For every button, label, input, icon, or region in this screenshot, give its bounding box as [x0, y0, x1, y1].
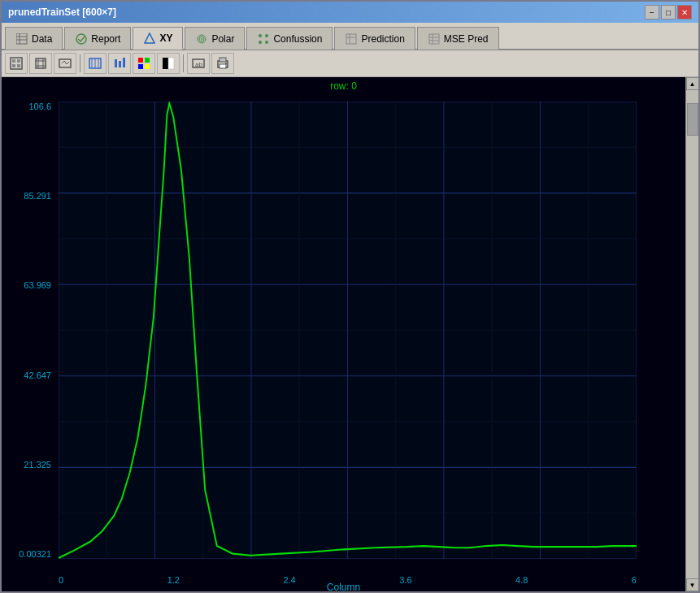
- y-label-5: 0.00321: [2, 549, 51, 559]
- msepred-tab-icon: [428, 32, 441, 45]
- svg-rect-36: [119, 61, 121, 67]
- svg-rect-22: [17, 59, 20, 63]
- main-window: prunedTrainSet [600×7] − □ ✕ Data Report…: [0, 0, 700, 593]
- window-controls: − □ ✕: [645, 5, 692, 19]
- x-axis-title: Column: [327, 582, 360, 591]
- svg-rect-23: [12, 64, 15, 67]
- report-tab-icon: [75, 32, 88, 45]
- y-label-4: 21.325: [2, 460, 51, 470]
- svg-point-11: [259, 41, 262, 44]
- tab-bar: Data Report XY Polar Confussion: [2, 23, 698, 50]
- chart-area: 106.6 85.291 63.969 42.647 21.325 0.0032…: [2, 93, 685, 591]
- svg-rect-30: [59, 59, 71, 67]
- svg-rect-37: [123, 58, 125, 67]
- close-button[interactable]: ✕: [677, 5, 692, 19]
- toolbar-btn-1[interactable]: [5, 53, 28, 74]
- x-label-4: 4.8: [515, 575, 528, 585]
- svg-rect-41: [145, 64, 150, 69]
- scroll-up-arrow[interactable]: ▲: [686, 77, 699, 90]
- tab-polar-label: Polar: [211, 33, 234, 45]
- x-label-2: 2.4: [283, 575, 295, 585]
- toolbar-btn-3[interactable]: [54, 53, 76, 74]
- tab-xy[interactable]: XY: [133, 27, 183, 50]
- toolbar-btn-5[interactable]: [108, 53, 131, 74]
- toolbar-btn-print[interactable]: [211, 53, 234, 74]
- tab-polar[interactable]: Polar: [185, 27, 245, 50]
- maximize-button[interactable]: □: [661, 5, 676, 19]
- tab-msepred[interactable]: MSE Pred: [417, 27, 499, 50]
- scroll-thumb[interactable]: [687, 103, 698, 136]
- svg-point-4: [76, 34, 86, 44]
- svg-rect-16: [429, 34, 439, 44]
- svg-rect-25: [36, 58, 46, 68]
- svg-point-49: [225, 63, 227, 64]
- svg-rect-24: [17, 64, 20, 67]
- toolbar-btn-color[interactable]: [133, 53, 155, 74]
- tab-prediction-label: Prediction: [361, 33, 404, 45]
- svg-rect-43: [168, 58, 174, 69]
- minimize-button[interactable]: −: [645, 5, 659, 19]
- svg-text:ab: ab: [195, 61, 202, 68]
- tab-msepred-label: MSE Pred: [444, 33, 489, 45]
- x-label-0: 0: [59, 575, 63, 585]
- toolbar-btn-4[interactable]: [84, 53, 107, 74]
- window-title: prunedTrainSet [600×7]: [8, 6, 116, 18]
- svg-rect-0: [16, 33, 27, 44]
- svg-rect-39: [145, 58, 150, 63]
- chart-plot: [59, 102, 637, 559]
- data-tab-icon: [15, 32, 28, 45]
- svg-point-12: [265, 41, 268, 44]
- y-label-0: 106.6: [2, 102, 51, 111]
- tab-report-label: Report: [91, 33, 120, 45]
- toolbar-separator-1: [80, 54, 80, 72]
- svg-rect-48: [220, 64, 226, 68]
- main-area: row: 0 106.6 85.291 63.969 42.647 21.325…: [2, 77, 698, 591]
- prediction-tab-icon: [345, 32, 358, 45]
- x-label-1: 1.2: [167, 575, 180, 585]
- xy-tab-icon: [143, 32, 156, 45]
- svg-rect-47: [220, 58, 226, 62]
- vertical-scrollbar[interactable]: ▲ ▼: [685, 77, 698, 591]
- svg-rect-38: [138, 58, 143, 63]
- toolbar: ab: [2, 50, 698, 77]
- svg-point-8: [201, 38, 202, 40]
- y-label-2: 63.969: [2, 280, 51, 290]
- svg-rect-21: [12, 59, 15, 63]
- chart-container: row: 0 106.6 85.291 63.969 42.647 21.325…: [2, 77, 685, 591]
- tab-confussion[interactable]: Confussion: [246, 27, 333, 50]
- chart-row-label: row: 0: [2, 77, 685, 93]
- toolbar-btn-bw[interactable]: [157, 53, 180, 74]
- tab-report[interactable]: Report: [64, 27, 131, 50]
- svg-rect-42: [163, 58, 168, 69]
- scroll-down-arrow[interactable]: ▼: [686, 578, 699, 591]
- tab-prediction[interactable]: Prediction: [334, 27, 415, 50]
- svg-marker-5: [145, 33, 154, 43]
- svg-rect-35: [115, 59, 117, 67]
- tab-confussion-label: Confussion: [273, 33, 322, 45]
- tab-xy-label: XY: [159, 32, 172, 44]
- confussion-tab-icon: [257, 32, 270, 45]
- x-label-3: 3.6: [399, 575, 411, 585]
- tab-data[interactable]: Data: [5, 27, 63, 50]
- title-bar: prunedTrainSet [600×7] − □ ✕: [2, 2, 698, 23]
- x-label-5: 6: [632, 575, 637, 585]
- svg-rect-13: [346, 34, 356, 44]
- svg-point-9: [259, 34, 262, 37]
- toolbar-separator-2: [183, 54, 184, 72]
- toolbar-btn-2[interactable]: [29, 53, 52, 74]
- y-label-3: 42.647: [2, 370, 51, 380]
- toolbar-btn-label[interactable]: ab: [187, 53, 210, 74]
- polar-tab-icon: [195, 32, 208, 45]
- chart-svg: [59, 102, 637, 559]
- svg-rect-40: [138, 64, 143, 69]
- tab-data-label: Data: [32, 33, 52, 45]
- y-axis-labels: 106.6 85.291 63.969 42.647 21.325 0.0032…: [2, 102, 54, 559]
- y-label-1: 85.291: [2, 191, 51, 201]
- svg-point-10: [265, 34, 268, 37]
